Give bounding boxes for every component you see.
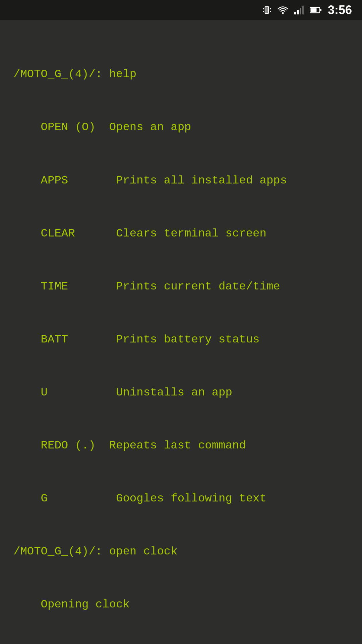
terminal-line-2: OPEN (O) Opens an app [13,118,349,136]
terminal-line-11: Opening clock [13,596,349,613]
svg-rect-12 [310,8,316,12]
terminal-line-6: BATT Prints battery status [13,331,349,348]
battery-icon [310,6,322,14]
svg-rect-13 [320,9,321,11]
svg-rect-1 [266,7,268,13]
terminal-line-10: /MOTO_G_(4)/: open clock [13,543,349,560]
terminal-output[interactable]: /MOTO_G_(4)/: help OPEN (O) Opens an app… [0,20,362,644]
status-time: 3:56 [328,3,352,17]
terminal-line-3: APPS Prints all installed apps [13,172,349,190]
svg-rect-9 [300,8,301,14]
status-bar: 3:56 [0,0,362,20]
svg-rect-8 [297,10,299,14]
terminal-line-9: G Googles following text [13,490,349,507]
terminal-line-5: TIME Prints current date/time [13,278,349,296]
svg-rect-2 [263,8,264,9]
vibrate-icon [262,5,272,15]
svg-rect-5 [270,11,271,12]
terminal-line-4: CLEAR Clears terminal screen [13,225,349,243]
svg-point-6 [282,12,284,14]
svg-rect-3 [263,11,264,12]
terminal-line-1: /MOTO_G_(4)/: help [13,65,349,83]
wifi-icon [278,6,288,14]
svg-rect-4 [270,8,271,9]
svg-rect-10 [302,6,304,14]
signal-icon [294,6,304,14]
svg-rect-7 [294,12,296,14]
terminal-line-7: U Uninstalls an app [13,384,349,401]
terminal-line-8: REDO (.) Repeats last command [13,437,349,454]
